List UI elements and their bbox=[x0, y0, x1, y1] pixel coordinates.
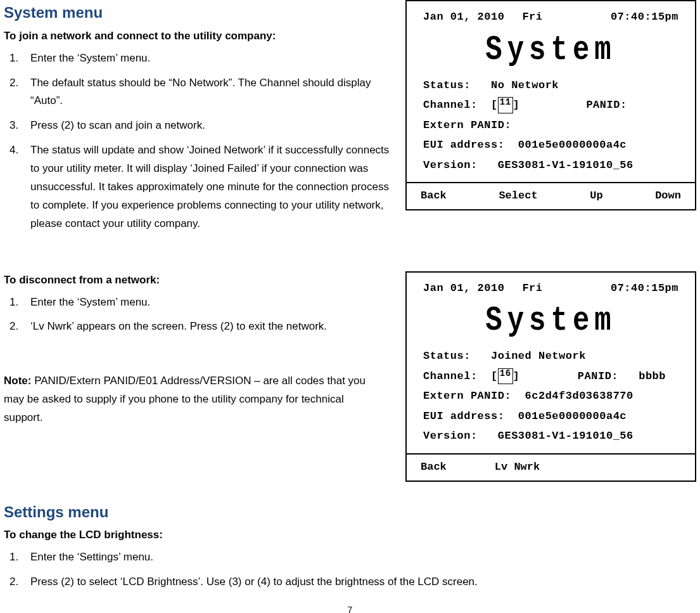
lcd-eui: EUI address: 001e5e0000000a4c bbox=[423, 137, 678, 153]
channel-label: Channel: bbox=[423, 97, 478, 113]
lcd-date: Jan 01, 2010 bbox=[423, 9, 504, 25]
brightness-step1: Enter the ‘Settings’ menu. bbox=[22, 548, 696, 567]
status-label: Status: bbox=[423, 79, 471, 91]
version-value: GES3081-V1-191010_56 bbox=[498, 159, 633, 171]
note-label: Note: bbox=[4, 375, 31, 387]
status-value: No Network bbox=[491, 79, 559, 91]
ext-panid-label: Extern PANID: bbox=[423, 390, 511, 402]
lcd-date: Jan 01, 2010 bbox=[423, 280, 504, 297]
ext-panid-label: Extern PANID: bbox=[423, 119, 511, 131]
lcd-version: Version: GES3081-V1-191010_56 bbox=[423, 428, 678, 444]
lcd-eui: EUI address: 001e5e0000000a4c bbox=[423, 408, 678, 425]
system-menu-section: Jan 01, 2010 Fri 07:40:15pm System Statu… bbox=[4, 0, 696, 487]
brightness-steps: Enter the ‘Settings’ menu. Press (2) to … bbox=[22, 548, 696, 591]
panid-label: PANID: bbox=[586, 99, 627, 111]
softkey-lvnwrk[interactable]: Lv Nwrk bbox=[492, 458, 542, 477]
lcd-body: Jan 01, 2010 Fri 07:40:15pm System Statu… bbox=[407, 1, 695, 182]
channel-value: 16 bbox=[498, 368, 513, 385]
version-value: GES3081-V1-191010_56 bbox=[498, 430, 633, 442]
lcd-body: Jan 01, 2010 Fri 07:40:15pm System Statu… bbox=[407, 273, 695, 453]
lcd-extern-panid: Extern PANID: 6c2d4f3d03638770 bbox=[423, 388, 678, 404]
lcd-title: System bbox=[423, 296, 678, 346]
eui-label: EUI address: bbox=[423, 410, 504, 422]
status-label: Status: bbox=[423, 350, 471, 362]
lcd-time: 07:40:15pm bbox=[611, 280, 678, 297]
lcd-channel: Channel: [11] PANID: bbox=[423, 97, 678, 113]
eui-value: 001e5e0000000a4c bbox=[518, 139, 627, 151]
softkey-down[interactable]: Down bbox=[652, 187, 684, 205]
softkey-back[interactable]: Back bbox=[418, 187, 449, 205]
lcd-softkeys: Back Select Up Down bbox=[407, 182, 695, 209]
softkey-select[interactable]: Select bbox=[496, 187, 540, 205]
version-label: Version: bbox=[423, 159, 478, 171]
lcd-day: Fri bbox=[522, 9, 542, 25]
lcd-status: Status: Joined Network bbox=[423, 348, 678, 365]
page-number: 7 bbox=[4, 603, 696, 613]
eui-value: 001e5e0000000a4c bbox=[518, 410, 627, 422]
lcd-datetime: Jan 01, 2010 Fri 07:40:15pm bbox=[423, 9, 678, 25]
brightness-heading: To change the LCD brightness: bbox=[4, 526, 696, 545]
brightness-step2: Press (2) to select ‘LCD Brightness’. Us… bbox=[22, 573, 696, 591]
lcd-softkeys: Back Lv Nwrk bbox=[407, 453, 695, 481]
panid-value: bbbb bbox=[639, 370, 666, 382]
lcd-channel: Channel: [16] PANID: bbbb bbox=[423, 368, 678, 385]
channel-label: Channel: bbox=[423, 368, 478, 385]
lcd-extern-panid: Extern PANID: bbox=[423, 117, 678, 134]
lcd-screen-joined: Jan 01, 2010 Fri 07:40:15pm System Statu… bbox=[405, 271, 696, 482]
lcd-status: Status: No Network bbox=[423, 77, 678, 94]
settings-menu-title: Settings menu bbox=[4, 500, 696, 526]
lcd-time: 07:40:15pm bbox=[611, 9, 678, 25]
lcd-datetime: Jan 01, 2010 Fri 07:40:15pm bbox=[423, 280, 678, 297]
status-value: Joined Network bbox=[491, 350, 586, 362]
note: Note: PANID/Extern PANID/E01 Address/VER… bbox=[4, 372, 378, 427]
lcd-day: Fri bbox=[522, 280, 542, 297]
softkey-up[interactable]: Up bbox=[587, 187, 605, 205]
ext-panid-value: 6c2d4f3d03638770 bbox=[525, 390, 633, 402]
channel-value: 11 bbox=[498, 97, 513, 113]
note-text: PANID/Extern PANID/E01 Address/VERSION –… bbox=[4, 375, 366, 423]
version-label: Version: bbox=[423, 430, 478, 442]
softkey-back[interactable]: Back bbox=[418, 458, 449, 477]
eui-label: EUI address: bbox=[423, 139, 504, 151]
settings-menu-section: Settings menu To change the LCD brightne… bbox=[4, 500, 696, 591]
lcd-title: System bbox=[423, 25, 678, 75]
lcd-screen-no-network: Jan 01, 2010 Fri 07:40:15pm System Statu… bbox=[405, 0, 696, 210]
panid-label: PANID: bbox=[578, 370, 618, 382]
lcd-version: Version: GES3081-V1-191010_56 bbox=[423, 157, 678, 174]
